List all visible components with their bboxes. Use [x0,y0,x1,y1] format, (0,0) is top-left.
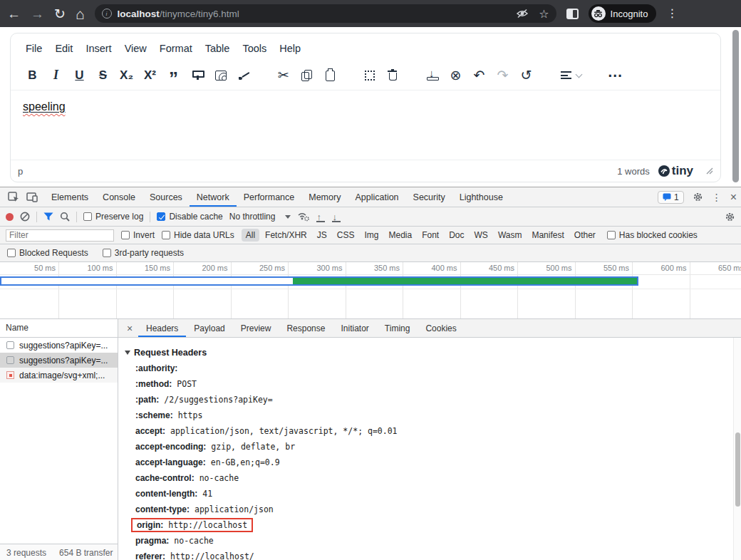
permanent-pen-icon[interactable] [232,65,256,86]
detail-tab[interactable]: Cookies [418,319,464,337]
detail-tab[interactable]: Preview [233,319,279,337]
menu-item[interactable]: View [118,39,153,58]
redo-button[interactable]: ↷ [491,65,514,86]
devtools-tab[interactable]: Elements [44,187,95,207]
search-icon[interactable] [60,212,70,222]
underline-button[interactable]: U [68,65,91,86]
devtools-menu-icon[interactable]: ⋮ [712,192,722,203]
cancel-button[interactable]: ⊗ [444,65,467,86]
filter-toggle-icon[interactable] [43,212,53,221]
element-path[interactable]: p [18,166,23,177]
back-icon[interactable]: ← [7,7,21,21]
disable-cache-checkbox[interactable]: Disable cache [157,212,222,222]
detail-scrollbar[interactable] [733,338,741,560]
network-conditions-icon[interactable] [297,212,310,222]
editor-content[interactable]: speeling [11,90,720,160]
request-type-filter[interactable]: Media [384,229,416,242]
more-toolbar-button[interactable]: ⋯ [603,65,627,86]
checkbox-icon[interactable] [162,231,170,239]
browser-menu-icon[interactable]: ⋮ [666,8,678,19]
clear-network-log-icon[interactable] [20,212,30,222]
detail-tab[interactable]: Headers [138,319,186,337]
background-color-icon[interactable] [209,65,232,86]
save-button[interactable] [420,65,444,86]
request-row-selected[interactable]: suggestions?apiKey=... [0,353,118,368]
undo-button[interactable]: ↶ [467,65,491,86]
paste-button[interactable] [318,65,342,86]
devtools-tab[interactable]: Lighthouse [452,187,510,207]
bold-button[interactable]: B [21,65,44,86]
page-scrollbar[interactable] [731,27,741,187]
request-type-filter[interactable]: Wasm [494,229,527,242]
record-network-log-icon[interactable] [6,213,14,221]
address-bar[interactable]: i localhost/tinymce/tiny6.html ☆ [95,4,556,23]
export-har-icon[interactable]: ↓ [332,212,341,222]
checkbox-checked-icon[interactable] [157,212,165,221]
select-all-button[interactable] [358,65,381,86]
checkbox-icon[interactable] [103,249,111,257]
cut-button[interactable]: ✂ [271,65,295,86]
request-headers-section[interactable]: Request Headers [125,345,741,361]
italic-button[interactable]: I [44,65,68,86]
request-type-filter[interactable]: Fetch/XHR [261,229,311,242]
device-toolbar-icon[interactable] [23,192,41,202]
inspect-element-icon[interactable] [4,192,23,202]
menu-item[interactable]: Edit [48,39,79,58]
detail-tab[interactable]: Initiator [333,319,376,337]
menu-item[interactable]: Table [199,39,237,58]
misspelled-word[interactable]: speeling [23,100,66,113]
filter-input[interactable] [6,229,114,242]
requests-column-header[interactable]: Name [0,319,118,338]
request-type-filter[interactable]: Manifest [527,229,568,242]
detail-tab[interactable]: Response [279,319,333,337]
format-painter-icon[interactable] [185,65,209,86]
request-type-filter[interactable]: WS [470,229,492,242]
menu-item[interactable]: Help [273,39,307,58]
site-info-icon[interactable]: i [102,9,112,19]
scrollbar-thumb[interactable] [735,432,740,507]
checkbox-icon[interactable] [7,249,16,257]
reload-icon[interactable]: ↻ [54,7,66,21]
request-type-filter[interactable]: CSS [333,229,359,242]
throttling-dropdown[interactable]: No throttling [229,212,291,222]
request-type-filter[interactable]: Img [360,229,383,242]
home-icon[interactable]: ⌂ [76,6,85,21]
network-settings-icon[interactable] [725,212,735,222]
tiny-brand[interactable]: tiny [658,164,693,178]
preserve-log-checkbox[interactable]: Preserve log [83,212,143,222]
request-type-filter[interactable]: Other [570,229,600,242]
hide-data-urls-checkbox[interactable]: Hide data URLs [162,230,234,240]
align-dropdown-button[interactable] [554,65,588,86]
eye-off-icon[interactable] [516,9,529,19]
request-row[interactable]: suggestions?apiKey=... [0,338,118,353]
request-row[interactable]: data:image/svg+xml;... [0,368,118,383]
devtools-tab[interactable]: Sources [142,187,190,207]
invert-checkbox[interactable]: Invert [121,230,155,240]
scrollbar-thumb[interactable] [732,30,739,182]
network-overview-timeline[interactable]: 50 ms100 ms150 ms200 ms250 ms300 ms350 m… [0,262,741,319]
menu-item[interactable]: Format [153,39,199,58]
strikethrough-button[interactable]: S [91,65,115,86]
word-count[interactable]: 1 words [617,166,650,177]
has-blocked-cookies-checkbox[interactable]: Has blocked cookies [607,230,698,240]
detail-tab[interactable]: Timing [377,319,418,337]
detail-tab[interactable]: Payload [186,319,232,337]
request-type-filter[interactable]: Doc [445,229,468,242]
request-type-filter[interactable]: Font [418,229,443,242]
blockquote-button[interactable]: ” [162,65,185,86]
resize-handle-icon[interactable] [706,167,713,175]
checkbox-icon[interactable] [83,212,92,221]
forward-icon[interactable]: → [31,7,44,21]
overview-request-bar[interactable] [0,276,638,286]
superscript-button[interactable]: X² [138,65,162,86]
devtools-tab[interactable]: Security [406,187,452,207]
menu-item[interactable]: Insert [79,39,118,58]
subscript-button[interactable]: X₂ [115,65,138,86]
devtools-tab[interactable]: Performance [237,187,302,207]
devtools-tab[interactable]: Application [348,187,405,207]
request-type-filter[interactable]: All [242,229,259,242]
request-type-filter[interactable]: JS [313,229,331,242]
delete-button[interactable] [381,65,405,86]
close-detail-icon[interactable]: × [121,323,138,334]
blocked-requests-checkbox[interactable]: Blocked Requests [7,248,88,258]
